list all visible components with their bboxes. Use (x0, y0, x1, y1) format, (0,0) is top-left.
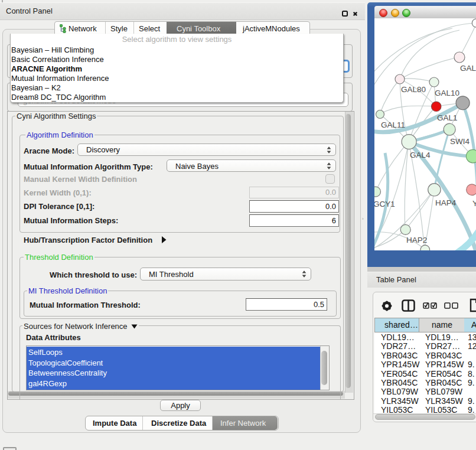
svg-text:GAL1: GAL1 (437, 113, 458, 122)
svg-text:GAL80: GAL80 (401, 85, 426, 94)
svg-text:HAP2: HAP2 (406, 236, 427, 244)
svg-text:HAP4: HAP4 (435, 198, 457, 207)
svg-text:YE: YE (472, 199, 476, 208)
svg-text:GCY1: GCY1 (374, 200, 395, 208)
svg-text:SWI4: SWI4 (450, 137, 470, 146)
svg-text:GAL11: GAL11 (381, 120, 405, 129)
svg-text:GAL4: GAL4 (410, 151, 431, 159)
svg-text:GAL10: GAL10 (435, 89, 459, 97)
svg-text:GAL7: GAL7 (460, 64, 476, 73)
